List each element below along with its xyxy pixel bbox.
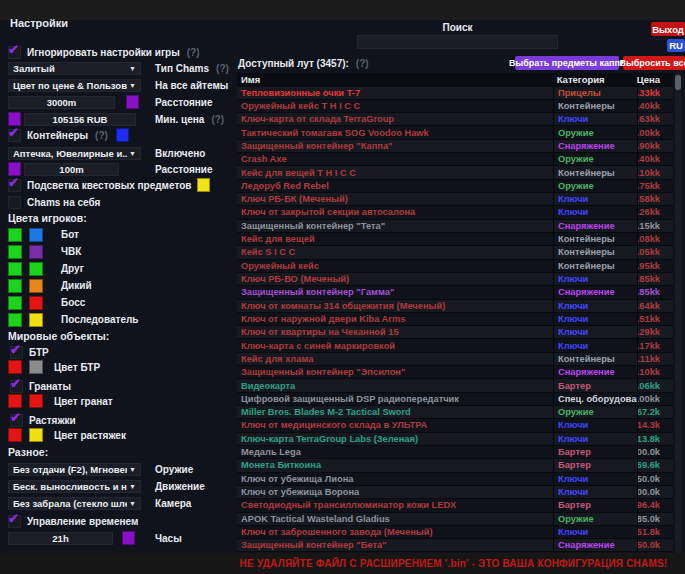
grenades-color-swatch-1[interactable] [8,394,22,408]
containers-color-swatch[interactable] [116,128,129,142]
loot-row[interactable]: Оружейный кейсКонтейнеры1.95kk [237,260,673,273]
hours-input[interactable]: 21h [8,532,113,545]
loot-row[interactable]: Цифровой защищенный DSP радиопередатчикС… [237,393,673,406]
quest-items-row: ✔ Подсветка квестовых предметов [8,178,234,192]
weapon-select[interactable]: Без отдачи (F2), Мгновенное п ▼ [8,463,141,476]
column-price[interactable]: Цена [637,74,673,85]
player-color-swatch-1[interactable] [8,313,22,327]
select-kappa-items-button[interactable]: Выбрать предметы каппа [515,56,619,70]
chams-type-select[interactable]: Залитый ▼ [8,62,141,75]
loot-row[interactable]: Кейс для вещейКонтейнеры2.08kk [237,233,673,246]
player-color-swatch-2[interactable] [29,262,43,276]
loot-row[interactable]: Кейс для хламаКонтейнеры1.11kk [237,353,673,366]
containers-distance-color-swatch[interactable] [8,162,21,176]
loot-row[interactable]: Ключ от убежища ЛионаКлючи850.0k [237,473,673,486]
hours-color-swatch[interactable] [122,531,135,545]
loot-row[interactable]: Ключ-карта от склада TerraGroupКлючи5.63… [237,113,673,126]
loot-item-category: Прицелы [553,87,637,99]
player-color-swatch-1[interactable] [8,245,22,259]
grenades-checkbox[interactable]: ✔ [10,380,23,393]
time-control-checkbox[interactable]: ✔ [8,515,21,528]
loot-item-category: Ключи [553,273,637,285]
loot-row[interactable]: Ключ от медицинского склада в УЛЬТРАКлюч… [237,419,673,432]
player-color-swatch-2[interactable] [29,245,43,259]
column-name[interactable]: Имя [237,74,553,85]
loot-row[interactable]: Защищенный контейнер "Каппа"Снаряжение4.… [237,140,673,153]
loot-item-name: Кейс для вещей T H I C C [237,168,553,178]
tripwires-color-swatch-2[interactable] [29,428,43,442]
player-color-swatch-2[interactable] [29,296,43,310]
ignore-game-settings-checkbox[interactable]: ✔ [8,46,21,59]
loot-row[interactable]: Ключ-карта с синей маркировкойКлючи1.17k… [237,339,673,352]
distance-color-swatch[interactable] [126,95,139,109]
loot-row[interactable]: Защищенный контейнер "Эпсилон"Снаряжение… [237,366,673,379]
loot-item-price: 751.8k [637,526,673,538]
drop-all-button[interactable]: Выбросить все [623,56,685,70]
loot-row[interactable]: Защищенный контейнер "Гамма"Снаряжение1.… [237,286,673,299]
loot-row[interactable]: Crash AxeОружие3.40kk [237,153,673,166]
loot-scrollbar[interactable] [675,73,681,553]
loot-row[interactable]: Монета БиткоинаБартер869.6k [237,459,673,472]
loot-row[interactable]: Ключ РБ-БК (Меченый)Ключи2.58kk [237,193,673,206]
loot-row[interactable]: Тепловизионные очки T-7Прицелы17.33kk [237,87,673,100]
loot-row[interactable]: Защищенный контейнер "Тета"Снаряжение2.1… [237,220,673,233]
min-price-label: Мин. цена [155,114,204,125]
camera-select[interactable]: Без забрала (стекло шлема) ▼ [8,497,141,510]
language-button[interactable]: RU [667,39,685,52]
btr-checkbox[interactable]: ✔ [10,346,23,359]
quest-items-label: Подсветка квестовых предметов [27,180,191,191]
chevron-down-icon: ▼ [129,500,136,507]
loot-item-price: 17.33kk [637,87,673,99]
tripwires-checkbox[interactable]: ✔ [10,414,23,427]
chams-self-checkbox[interactable]: ✔ [8,196,21,209]
containers-distance-input[interactable]: 100m [24,163,119,176]
loot-row[interactable]: Ключ от квартиры на Чеканной 15Ключи1.29… [237,326,673,339]
containers-row: ✔ Контейнеры (?) [8,128,234,142]
loot-row[interactable]: Ключ от убежища ВоронаКлючи800.0k [237,486,673,499]
loot-row[interactable]: Оружейный кейс T H I C CКонтейнеры8.40kk [237,100,673,113]
loot-row[interactable]: ВидеокартаБартер1.06kk [237,379,673,392]
exit-button[interactable]: Выход [651,22,685,36]
min-price-input[interactable]: 105156 RUB [24,113,136,126]
loot-row[interactable]: Ключ РБ-ВО (Меченый)Ключи1.85kk [237,273,673,286]
containers-checkbox[interactable]: ✔ [8,129,21,142]
btr-color-swatch-2[interactable] [29,360,43,374]
loot-row[interactable]: Кейс S I C CКонтейнеры2.05kk [237,246,673,259]
apply-mode-select[interactable]: Цвет по цене & Пользователь ▼ [8,79,141,92]
loot-row[interactable]: Защищенный контейнер "Бета"Снаряжение750… [237,539,673,552]
tripwires-color-swatch-1[interactable] [8,428,22,442]
player-color-swatch-2[interactable] [29,279,43,293]
loot-row[interactable]: APOK Tactical Wasteland GladiusОружие785… [237,513,673,526]
loot-row[interactable]: Ключ от закрытой секции автосалонаКлючи2… [237,206,673,219]
loot-scrollbar-thumb[interactable] [675,75,681,90]
containers-filter-select[interactable]: Аптечка, Ювелирные и... ▼ [8,147,141,160]
loot-row[interactable]: Ключ от заброшенного завода (Меченый)Клю… [237,526,673,539]
movement-select[interactable]: Беск. выносливость и нет уста ▼ [8,480,141,493]
loot-row[interactable]: Медаль LegaБартер900.0k [237,446,673,459]
player-color-swatch-1[interactable] [8,296,22,310]
player-color-swatch-2[interactable] [29,313,43,327]
column-category[interactable]: Категория [553,74,637,85]
loot-row[interactable]: Ключ от комнаты 314 общежития (Меченый)К… [237,300,673,313]
player-color-swatch-2[interactable] [29,228,43,242]
loot-row[interactable]: Miller Bros. Blades M-2 Tactical SwordОр… [237,406,673,419]
loot-row[interactable]: Ключ от наружной двери Kiba ArmsКлючи1.5… [237,313,673,326]
loot-row[interactable]: Тактический томагавк SOG Voodoo HawkОруж… [237,126,673,139]
quest-items-checkbox[interactable]: ✔ [8,179,21,192]
btr-color-swatch-1[interactable] [8,360,22,374]
loot-row[interactable]: Ключ-карта TerraGroup Labs (Зеленая)Ключ… [237,433,673,446]
loot-item-category: Контейнеры [553,233,637,245]
player-color-swatch-1[interactable] [8,262,22,276]
loot-row[interactable]: Ледоруб Red RebelОружие2.75kk [237,180,673,193]
player-color-swatch-1[interactable] [8,279,22,293]
min-price-color-swatch[interactable] [8,112,21,126]
distance-input[interactable]: 3000m [8,96,115,109]
grenades-color-swatch-2[interactable] [29,394,43,408]
player-color-swatch-1[interactable] [8,228,22,242]
search-input[interactable] [357,35,558,49]
loot-item-price: 2.05kk [637,246,673,258]
quest-items-color-swatch[interactable] [197,178,210,192]
loot-row[interactable]: Кейс для вещей T H I C CКонтейнеры3.10kk [237,166,673,179]
loot-row[interactable]: Светодиодный трансиллюминатор кожи LEDXБ… [237,499,673,512]
loot-item-category: Оружие [553,180,637,192]
